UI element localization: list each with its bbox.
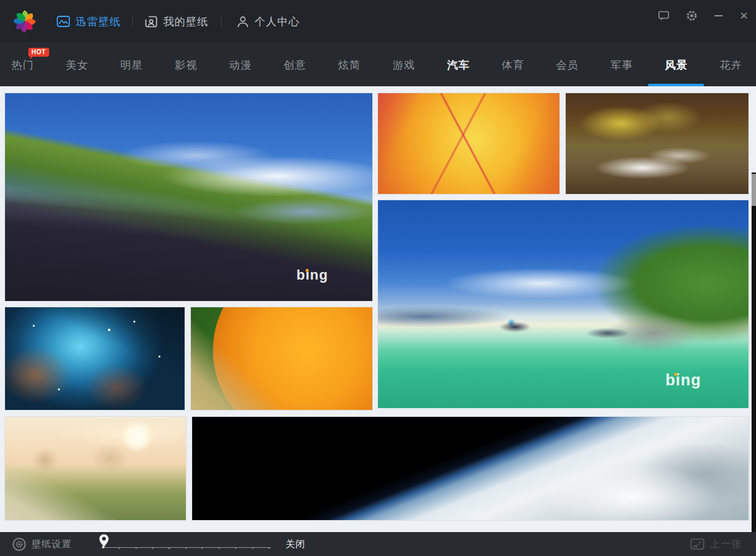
user-icon — [237, 16, 249, 28]
category-label: 汽车 — [447, 58, 470, 72]
tab-label: 个人中心 — [255, 14, 300, 29]
wallpaper-thumbnail-nebula[interactable] — [5, 307, 185, 410]
wallpaper-thumbnail-tropical-beach[interactable]: bing — [378, 200, 748, 408]
header-divider — [132, 16, 133, 27]
category-scenery[interactable]: 风景 — [665, 43, 687, 86]
category-label: 风景 — [665, 58, 687, 72]
wallpaper-thumbnail-maple-leaf[interactable] — [378, 93, 559, 194]
slider-tick-marks — [118, 548, 271, 549]
hot-badge: HOT — [28, 48, 49, 57]
category-nav: 热门 HOT 美女 明星 影视 动漫 创意 炫简 游戏 汽车 体育 会员 军事 … — [0, 43, 756, 86]
category-sports[interactable]: 体育 — [501, 43, 524, 86]
wallpaper-settings-label: 壁纸设置 — [32, 538, 72, 550]
category-label: 体育 — [501, 58, 524, 72]
category-hot[interactable]: 热门 HOT — [11, 43, 34, 86]
wallpaper-thumbnail-canyon-stream[interactable] — [566, 93, 748, 194]
scrollbar-track[interactable] — [752, 173, 756, 556]
category-minimal[interactable]: 炫简 — [338, 43, 361, 86]
category-label: 创意 — [284, 58, 306, 72]
header-divider — [221, 16, 222, 27]
title-bar: 迅雷壁纸 我的壁纸 个人中心 ✕ — [0, 0, 756, 43]
tab-label: 迅雷壁纸 — [76, 14, 121, 29]
category-military[interactable]: 军事 — [610, 43, 633, 86]
category-movies[interactable]: 影视 — [175, 43, 197, 86]
bottom-toolbar: 壁纸设置 关闭 上一张 — [0, 532, 756, 556]
wallpaper-thumbnail-earth-space[interactable] — [192, 417, 748, 520]
settings-gear-icon[interactable] — [686, 10, 697, 21]
previous-wallpaper-label: 上一张 — [710, 538, 742, 551]
category-games[interactable]: 游戏 — [392, 43, 415, 86]
previous-wallpaper-icon — [690, 538, 705, 550]
previous-wallpaper-button[interactable]: 上一张 — [690, 532, 742, 556]
category-label: 影视 — [175, 58, 197, 72]
bing-watermark: bing — [665, 372, 701, 388]
category-flowers[interactable]: 花卉 — [719, 43, 742, 86]
tab-xunlei-wallpaper[interactable]: 迅雷壁纸 — [57, 0, 121, 43]
category-label: 炫简 — [338, 58, 361, 72]
my-wallpaper-icon — [145, 16, 158, 28]
wallpaper-thumbnail-misty-meadow[interactable] — [5, 417, 186, 520]
wallpaper-grid: bing bing — [0, 86, 756, 532]
settings-gear-circle-icon — [13, 538, 26, 551]
wallpaper-settings-button[interactable]: 壁纸设置 — [13, 532, 72, 556]
category-label: 花卉 — [719, 58, 742, 72]
interval-slider-pin[interactable] — [99, 534, 109, 547]
wallpaper-gallery-icon — [57, 16, 70, 27]
category-stars[interactable]: 明星 — [120, 43, 143, 86]
wallpaper-thumbnail-pumpkin[interactable] — [191, 307, 372, 410]
tab-label: 我的壁纸 — [163, 14, 209, 29]
slider-close-option[interactable]: 关闭 — [285, 532, 306, 556]
feedback-icon[interactable] — [658, 11, 669, 21]
tab-my-wallpaper[interactable]: 我的壁纸 — [145, 0, 209, 43]
category-label: 动漫 — [229, 58, 252, 72]
close-icon[interactable]: ✕ — [740, 11, 748, 21]
bing-watermark: bing — [297, 268, 328, 282]
category-label: 明星 — [120, 58, 143, 72]
category-label: 会员 — [556, 58, 579, 72]
category-label: 游戏 — [392, 58, 415, 72]
category-creative[interactable]: 创意 — [284, 43, 306, 86]
scrollbar-thumb[interactable] — [752, 174, 756, 206]
wallpaper-thumbnail-causeway[interactable]: bing — [5, 93, 372, 301]
minimize-icon[interactable] — [714, 15, 723, 16]
category-cars[interactable]: 汽车 — [447, 43, 470, 86]
app-logo-pinwheel-icon — [11, 8, 38, 35]
category-vip[interactable]: 会员 — [556, 43, 579, 86]
category-label: 军事 — [610, 58, 633, 72]
category-beauty[interactable]: 美女 — [66, 43, 88, 86]
category-label: 美女 — [66, 58, 88, 72]
tab-personal-center[interactable]: 个人中心 — [237, 0, 300, 43]
category-label: 热门 — [11, 58, 34, 72]
category-anime[interactable]: 动漫 — [229, 43, 252, 86]
